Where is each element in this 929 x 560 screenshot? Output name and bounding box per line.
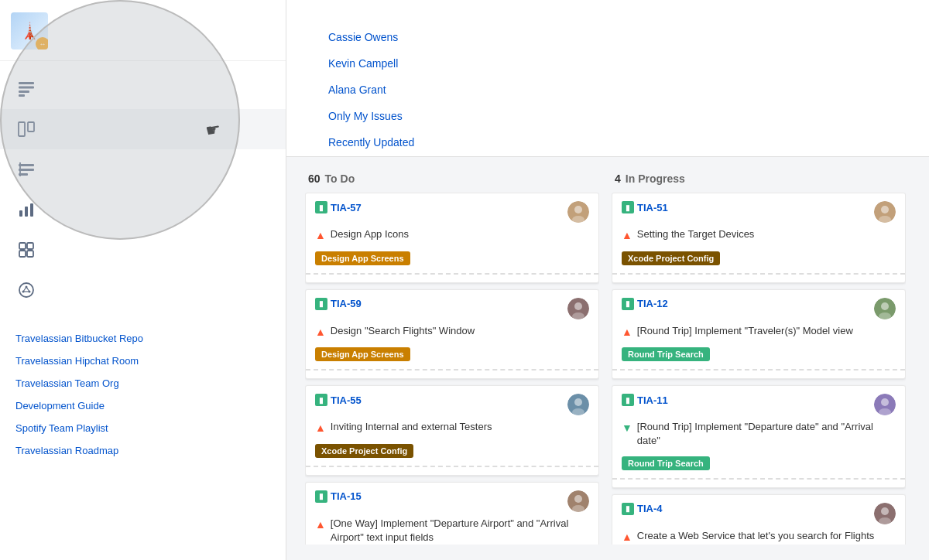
card-title-text: [One Way] Implement "Departure Airport" … xyxy=(331,517,589,545)
card-title: ▲ [Round Trip] Implement "Traveler(s)" M… xyxy=(622,324,896,340)
priority-up-icon: ▲ xyxy=(315,517,326,533)
card-divider xyxy=(306,369,598,370)
sidebar-item-backlog[interactable] xyxy=(0,69,286,109)
card-divider xyxy=(306,273,598,275)
board-columns: 60To Do ▮ TIA-57 ▲ Design App Icons Desi… xyxy=(305,172,906,545)
card-tag: Xcode Project Config xyxy=(622,251,720,265)
story-icon: ▮ xyxy=(315,394,327,406)
table-row[interactable]: ▮ TIA-12 ▲ [Round Trip] Implement "Trave… xyxy=(612,289,906,380)
sidebar-item-components[interactable] xyxy=(0,230,286,270)
sidebar-header: 🗼 ↔ xyxy=(0,0,286,61)
quick-filters-bar: Cassie OwensKevin CampellAlana GrantOnly… xyxy=(308,25,907,156)
sidebar-item-releases[interactable] xyxy=(0,149,286,190)
card-id-text: TIA-4 xyxy=(637,503,663,514)
kanban-board: 60To Do ▮ TIA-57 ▲ Design App Icons Desi… xyxy=(286,157,929,560)
column-count: 4 xyxy=(615,172,621,185)
table-row[interactable]: ▮ TIA-57 ▲ Design App Icons Design App S… xyxy=(305,193,599,283)
shortcut-item[interactable]: Travelassian Roadmap xyxy=(0,439,286,462)
svg-line-26 xyxy=(26,287,29,292)
shortcuts-label xyxy=(0,310,286,327)
kanban-icon xyxy=(15,118,37,140)
card-id: ▮ TIA-57 xyxy=(315,201,362,213)
card-id-text: TIA-55 xyxy=(331,394,362,406)
avatar xyxy=(567,298,589,319)
card-tag: Round Trip Search xyxy=(622,347,710,361)
shortcuts-list: Travelassian Bitbucket RepoTravelassian … xyxy=(0,327,286,462)
card-top: ▮ TIA-11 xyxy=(622,394,896,415)
svg-rect-15 xyxy=(25,207,28,217)
main-content: Cassie OwensKevin CampellAlana GrantOnly… xyxy=(286,0,929,560)
card-id: ▮ TIA-55 xyxy=(315,394,362,406)
card-id-text: TIA-12 xyxy=(637,298,668,309)
quick-filter-item[interactable]: Kevin Campell xyxy=(317,51,425,77)
card-title: ▲ Create a Web Service that let's you se… xyxy=(622,529,896,545)
svg-rect-18 xyxy=(27,243,33,249)
svg-point-35 xyxy=(574,398,582,406)
logo-badge: ↔ xyxy=(36,37,48,50)
table-row[interactable]: ▮ TIA-11 ▼ [Round Trip] Implement "Depar… xyxy=(612,385,906,487)
quick-filters-list: Cassie OwensKevin CampellAlana GrantOnly… xyxy=(317,25,425,156)
quick-filter-item[interactable]: Recently Updated xyxy=(317,130,425,156)
table-row[interactable]: ▮ TIA-15 ▲ [One Way] Implement "Departur… xyxy=(305,482,599,545)
sidebar-item-test-sessions[interactable] xyxy=(0,270,286,310)
table-row[interactable]: ▮ TIA-55 ▲ Inviting Internal and externa… xyxy=(305,385,599,476)
board-column-inprogress: 4In Progress ▮ TIA-51 ▲ Setting the Targ… xyxy=(612,172,906,545)
card-title: ▲ Setting the Target Devices xyxy=(622,227,896,244)
card-top: ▮ TIA-55 xyxy=(315,394,589,415)
card-id: ▮ TIA-12 xyxy=(622,298,668,310)
board-column-todo: 60To Do ▮ TIA-57 ▲ Design App Icons Desi… xyxy=(305,172,599,545)
svg-point-47 xyxy=(881,398,889,406)
quick-filter-item[interactable]: Cassie Owens xyxy=(317,25,425,51)
avatar xyxy=(874,201,896,223)
story-icon: ▮ xyxy=(622,503,634,515)
card-id-text: TIA-15 xyxy=(331,490,362,502)
quick-filter-item[interactable]: Alana Grant xyxy=(317,77,425,104)
column-header: 60To Do xyxy=(305,172,599,185)
card-title-text: Design "Search Flights" Window xyxy=(331,324,475,338)
svg-line-25 xyxy=(23,287,26,292)
card-top: ▮ TIA-59 xyxy=(315,298,589,319)
card-id-text: TIA-11 xyxy=(637,394,668,406)
priority-up-icon: ▲ xyxy=(315,228,326,244)
quick-filter-item[interactable]: Only My Issues xyxy=(317,104,425,130)
shortcut-item[interactable]: Travelassian Bitbucket Repo xyxy=(0,327,286,350)
card-id: ▮ TIA-11 xyxy=(622,394,668,406)
story-icon: ▮ xyxy=(622,394,634,406)
avatar xyxy=(567,490,589,512)
card-id-text: TIA-57 xyxy=(331,202,362,213)
card-title: ▼ [Round Trip] Implement "Departure date… xyxy=(622,420,896,448)
svg-rect-7 xyxy=(19,94,25,97)
card-top: ▮ TIA-12 xyxy=(622,298,896,319)
table-row[interactable]: ▮ TIA-59 ▲ Design "Search Flights" Windo… xyxy=(305,289,599,380)
shortcut-item[interactable]: Spotify Team Playlist xyxy=(0,417,286,439)
priority-up-red-icon: ▲ xyxy=(622,228,632,244)
priority-up-icon: ▲ xyxy=(315,421,326,436)
shortcut-item[interactable]: Travelassian Hipchat Room xyxy=(0,350,286,372)
story-icon: ▮ xyxy=(622,298,634,310)
card-id: ▮ TIA-59 xyxy=(315,298,362,310)
svg-rect-9 xyxy=(28,122,34,131)
shortcut-item[interactable]: Travelassian Team Org xyxy=(0,372,286,394)
svg-rect-20 xyxy=(27,251,33,257)
card-divider xyxy=(612,273,905,275)
card-divider xyxy=(612,369,905,370)
table-row[interactable]: ▮ TIA-51 ▲ Setting the Target Devices Xc… xyxy=(612,193,906,283)
card-id: ▮ TIA-4 xyxy=(622,503,663,515)
svg-point-50 xyxy=(881,507,889,515)
shortcut-item[interactable]: Development Guide xyxy=(0,394,286,417)
avatar xyxy=(874,298,896,319)
priority-up-icon: ▲ xyxy=(622,530,632,545)
project-logo[interactable]: 🗼 ↔ xyxy=(11,12,48,50)
card-title: ▲ [One Way] Implement "Departure Airport… xyxy=(315,517,589,545)
table-row[interactable]: ▮ TIA-4 ▲ Create a Web Service that let'… xyxy=(612,494,906,545)
card-top: ▮ TIA-15 xyxy=(315,490,589,512)
sidebar-item-kanban[interactable] xyxy=(0,109,286,149)
svg-point-32 xyxy=(574,302,582,310)
sidebar-nav xyxy=(0,61,286,310)
sidebar-item-reports[interactable] xyxy=(0,190,286,230)
cards-list: ▮ TIA-51 ▲ Setting the Target Devices Xc… xyxy=(612,193,906,545)
card-tag: Xcode Project Config xyxy=(315,444,413,458)
svg-rect-11 xyxy=(19,169,34,171)
card-title: ▲ Inviting Internal and external Testers xyxy=(315,420,589,436)
card-id: ▮ TIA-51 xyxy=(622,201,668,213)
